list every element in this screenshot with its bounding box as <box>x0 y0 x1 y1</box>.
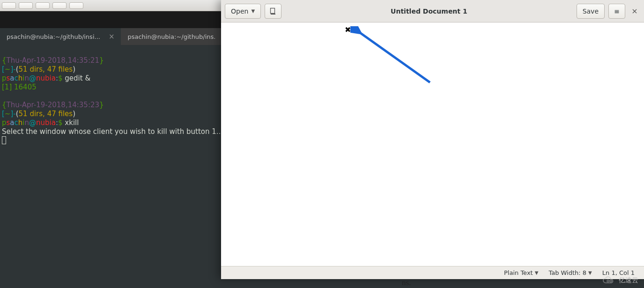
background-text: ns. <box>402 278 411 288</box>
hamburger-menu-button[interactable]: ≡ <box>608 4 625 19</box>
chevron-down-icon: ▼ <box>251 8 255 14</box>
terminal-tab[interactable]: psachin@nubia:~/github/ins. <box>121 28 229 45</box>
bg-btn <box>36 2 50 9</box>
new-document-button[interactable] <box>265 4 281 19</box>
svg-rect-0 <box>271 8 275 13</box>
bg-btn <box>69 2 83 9</box>
terminal-tab-label: psachin@nubia:~/github/ins. <box>127 33 215 40</box>
save-button[interactable]: Save <box>577 4 605 19</box>
language-label: Plain Text <box>504 269 533 276</box>
watermark: 亿速云 <box>602 276 638 285</box>
open-label: Open <box>231 7 248 15</box>
background-toolbar-buttons <box>2 2 83 9</box>
save-label: Save <box>583 7 599 15</box>
svg-point-3 <box>607 280 609 282</box>
close-icon[interactable]: × <box>109 33 115 40</box>
gedit-headerbar: Open ▼ Untitled Document 1 Save ≡ × <box>221 0 644 22</box>
chevron-down-icon: ▼ <box>535 270 539 275</box>
document-title: Untitled Document 1 <box>285 7 573 15</box>
bg-btn <box>52 2 67 9</box>
terminal-tab-label: psachin@nubia:~/github/insi... <box>7 33 100 40</box>
gedit-text-area[interactable] <box>221 22 644 266</box>
close-button[interactable]: × <box>629 7 640 15</box>
cursor-position: Ln 1, Col 1 <box>602 269 635 276</box>
tab-width-selector[interactable]: Tab Width: 8 ▼ <box>548 269 592 276</box>
chevron-down-icon: ▼ <box>588 270 592 275</box>
close-icon: × <box>631 7 637 15</box>
bg-btn <box>2 2 16 9</box>
gedit-statusbar: Plain Text ▼ Tab Width: 8 ▼ Ln 1, Col 1 <box>221 266 644 279</box>
watermark-text: 亿速云 <box>619 276 638 285</box>
svg-point-4 <box>610 280 612 282</box>
svg-rect-1 <box>271 14 275 15</box>
tab-width-label: Tab Width: 8 <box>548 269 586 276</box>
position-label: Ln 1, Col 1 <box>602 269 635 276</box>
terminal-cursor <box>2 136 6 144</box>
terminal-tab[interactable]: psachin@nubia:~/github/insi... × <box>0 28 121 45</box>
gedit-window[interactable]: Open ▼ Untitled Document 1 Save ≡ × Plai… <box>221 0 644 279</box>
open-button[interactable]: Open ▼ <box>225 4 261 19</box>
bg-btn <box>19 2 33 9</box>
xkill-message: Select the window whose client you wish … <box>2 127 225 136</box>
new-document-icon <box>269 7 277 15</box>
cloud-icon <box>602 276 616 285</box>
hamburger-icon: ≡ <box>614 7 620 15</box>
language-selector[interactable]: Plain Text ▼ <box>504 269 538 276</box>
